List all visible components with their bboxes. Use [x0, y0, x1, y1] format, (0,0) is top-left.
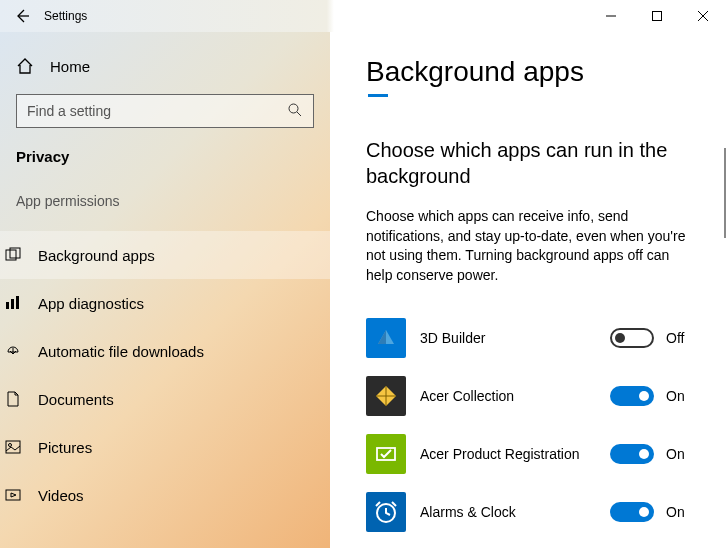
- svg-point-12: [9, 444, 12, 447]
- sidebar-item-label: Documents: [38, 391, 114, 408]
- svg-line-5: [297, 112, 301, 116]
- toggle-switch[interactable]: [610, 502, 654, 522]
- app-name: Acer Collection: [420, 388, 596, 404]
- search-input[interactable]: Find a setting: [16, 94, 314, 128]
- sidebar-item-videos[interactable]: Videos: [0, 471, 330, 519]
- accent-underline: [368, 94, 388, 97]
- app-icon: [366, 376, 406, 416]
- sidebar-item-pictures[interactable]: Pictures: [0, 423, 330, 471]
- page-heading: Background apps: [366, 56, 690, 88]
- search-placeholder: Find a setting: [27, 103, 111, 119]
- app-row: Alarms & ClockOn: [366, 483, 690, 541]
- nav-icon: [4, 438, 22, 456]
- sidebar-item-documents[interactable]: Documents: [0, 375, 330, 423]
- nav-icon: [4, 294, 22, 312]
- home-icon: [16, 57, 34, 75]
- page-subheading: Choose which apps can run in the backgro…: [366, 137, 690, 189]
- nav-icon: [4, 342, 22, 360]
- app-name: 3D Builder: [420, 330, 596, 346]
- app-icon: [366, 318, 406, 358]
- main-panel: Background apps Choose which apps can ru…: [330, 32, 726, 548]
- app-icon: [366, 492, 406, 532]
- sidebar: Home Find a setting Privacy App permissi…: [0, 32, 330, 548]
- home-label: Home: [50, 58, 90, 75]
- app-icon: [366, 434, 406, 474]
- svg-rect-10: [16, 296, 19, 309]
- toggle-state-label: On: [666, 504, 690, 520]
- svg-rect-1: [653, 12, 662, 21]
- window-title: Settings: [44, 9, 87, 23]
- sidebar-item-label: App diagnostics: [38, 295, 144, 312]
- svg-rect-9: [11, 299, 14, 309]
- category-title: Privacy: [16, 148, 314, 165]
- toggle-state-label: Off: [666, 330, 690, 346]
- truncated-item[interactable]: [32, 217, 330, 231]
- nav-icon: [4, 246, 22, 264]
- sidebar-item-label: Pictures: [38, 439, 92, 456]
- home-nav[interactable]: Home: [16, 46, 314, 86]
- svg-point-4: [289, 104, 298, 113]
- minimize-button[interactable]: [588, 0, 634, 32]
- svg-rect-8: [6, 302, 9, 309]
- section-label: App permissions: [16, 193, 314, 209]
- search-icon: [287, 102, 303, 121]
- app-row: 3D BuilderOff: [366, 309, 690, 367]
- app-name: Alarms & Clock: [420, 504, 596, 520]
- maximize-button[interactable]: [634, 0, 680, 32]
- page-description: Choose which apps can receive info, send…: [366, 207, 690, 285]
- toggle-switch[interactable]: [610, 386, 654, 406]
- sidebar-item-label: Background apps: [38, 247, 155, 264]
- app-row: Acer Product RegistrationOn: [366, 425, 690, 483]
- sidebar-item-label: Videos: [38, 487, 84, 504]
- titlebar: Settings: [0, 0, 726, 32]
- sidebar-item-label: Automatic file downloads: [38, 343, 204, 360]
- svg-rect-11: [6, 441, 20, 453]
- toggle-switch[interactable]: [610, 444, 654, 464]
- sidebar-item-automatic-file-downloads[interactable]: Automatic file downloads: [0, 327, 330, 375]
- app-row: Acer CollectionOn: [366, 367, 690, 425]
- sidebar-item-background-apps[interactable]: Background apps: [0, 231, 330, 279]
- app-name: Acer Product Registration: [420, 446, 596, 462]
- close-button[interactable]: [680, 0, 726, 32]
- nav-icon: [4, 486, 22, 504]
- back-button[interactable]: [14, 8, 30, 24]
- toggle-switch[interactable]: [610, 328, 654, 348]
- sidebar-item-app-diagnostics[interactable]: App diagnostics: [0, 279, 330, 327]
- toggle-state-label: On: [666, 446, 690, 462]
- svg-rect-13: [6, 490, 20, 500]
- toggle-state-label: On: [666, 388, 690, 404]
- nav-icon: [4, 390, 22, 408]
